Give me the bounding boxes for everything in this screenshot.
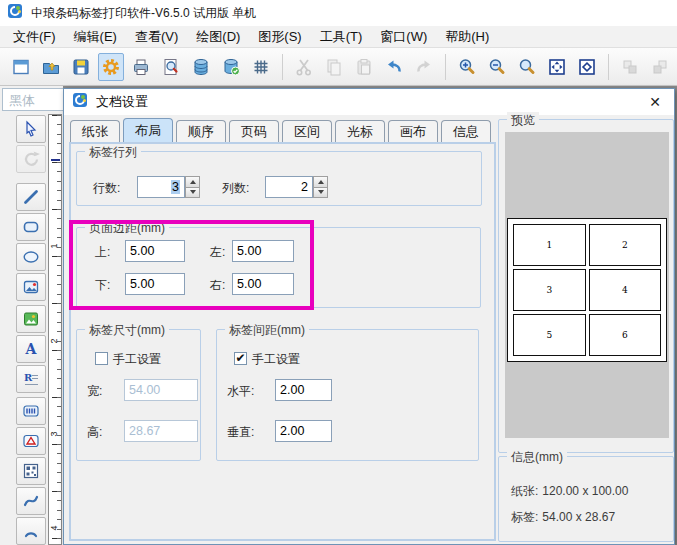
fit-selection-button[interactable] bbox=[574, 53, 600, 81]
fit-page-button[interactable] bbox=[544, 53, 570, 81]
richtext-tool-button[interactable]: R bbox=[16, 365, 46, 393]
menu-tools[interactable]: 工具(T) bbox=[311, 26, 372, 48]
margin-bottom-input[interactable]: 5.00 bbox=[125, 273, 185, 295]
manual-gap-checkbox[interactable]: ✔ bbox=[234, 352, 247, 365]
scissors-icon bbox=[294, 57, 314, 77]
zoom-tool-button[interactable] bbox=[514, 53, 540, 81]
print-preview-button[interactable] bbox=[158, 53, 184, 81]
open-file-button[interactable] bbox=[38, 53, 64, 81]
menu-help[interactable]: 帮助(H) bbox=[436, 26, 498, 48]
menu-window[interactable]: 窗口(W) bbox=[371, 26, 436, 48]
open-folder-icon bbox=[41, 57, 61, 77]
page-margins-group: 页面边距(mm) 上: 5.00 左: 5.00 下: 5.00 右: 5.00 bbox=[76, 227, 481, 308]
tab-order[interactable]: 顺序 bbox=[176, 120, 226, 142]
bring-forward-icon bbox=[620, 57, 640, 77]
tab-paper[interactable]: 纸张 bbox=[70, 120, 120, 142]
tab-range[interactable]: 区间 bbox=[282, 120, 332, 142]
label-width-label: 宽: bbox=[87, 383, 102, 400]
spinner-up-icon[interactable] bbox=[185, 176, 200, 188]
document-settings-button[interactable] bbox=[98, 53, 124, 81]
rounded-rect-tool-button[interactable] bbox=[16, 213, 46, 241]
new-document-icon bbox=[11, 57, 31, 77]
spinner-down-icon[interactable] bbox=[185, 188, 200, 199]
label-height-value: 28.67 bbox=[129, 424, 160, 438]
spinner-up-icon[interactable] bbox=[313, 176, 328, 188]
ruler-mark: 4 bbox=[49, 522, 59, 534]
menu-edit[interactable]: 编辑(E) bbox=[65, 26, 126, 48]
menu-view[interactable]: 查看(V) bbox=[126, 26, 187, 48]
send-backward-button bbox=[647, 53, 673, 81]
menu-shapes[interactable]: 图形(S) bbox=[249, 26, 310, 48]
info-group-title: 信息(mm) bbox=[507, 449, 567, 466]
preview-group-title: 预览 bbox=[507, 112, 539, 129]
side-panel: 黑体 A R 1 2 3 4 bbox=[0, 86, 63, 545]
manual-size-checkbox[interactable] bbox=[95, 352, 108, 365]
arc-tool-button[interactable] bbox=[16, 517, 46, 545]
copy-icon bbox=[324, 57, 344, 77]
zoom-in-button[interactable] bbox=[454, 53, 480, 81]
database-check-icon bbox=[221, 57, 241, 77]
rounded-rect-icon bbox=[22, 218, 40, 236]
database-import-button[interactable] bbox=[218, 53, 244, 81]
margin-top-value: 5.00 bbox=[130, 244, 154, 258]
layout-tab-panel: 标签行列 行数: 3 列数: 2 页面边距(mm) 上: 5.00 bbox=[69, 142, 496, 541]
cols-input[interactable]: 2 bbox=[265, 176, 313, 198]
label-size-value: 54.00 x 28.67 bbox=[542, 510, 615, 524]
margin-bottom-value: 5.00 bbox=[130, 277, 154, 291]
paper-size-info: 纸张:120.00 x 100.00 bbox=[511, 483, 628, 500]
undo-button[interactable] bbox=[381, 53, 407, 81]
rows-input[interactable]: 3 bbox=[137, 176, 185, 198]
zoom-out-button[interactable] bbox=[484, 53, 510, 81]
app-logo-icon bbox=[7, 3, 23, 23]
app-window: 中琅条码标签打印软件-V6.5.0 试用版 单机 文件(F) 编辑(E) 查看(… bbox=[0, 0, 677, 545]
svg-text:R: R bbox=[24, 372, 33, 383]
paste-icon bbox=[354, 57, 374, 77]
line-tool-button[interactable] bbox=[16, 183, 46, 211]
select-tool-button[interactable] bbox=[16, 115, 46, 143]
qrcode-icon bbox=[22, 462, 40, 480]
tab-info[interactable]: 信息 bbox=[441, 120, 491, 142]
text-tool-button[interactable]: A bbox=[16, 335, 46, 363]
menu-file[interactable]: 文件(F) bbox=[4, 26, 65, 48]
gap-horizontal-input[interactable]: 2.00 bbox=[275, 379, 332, 401]
label-size-label: 标签: bbox=[511, 510, 538, 524]
window-titlebar: 中琅条码标签打印软件-V6.5.0 试用版 单机 bbox=[0, 0, 677, 26]
tab-page-number[interactable]: 页码 bbox=[229, 120, 279, 142]
margin-top-label: 上: bbox=[95, 244, 110, 261]
image-tool-button[interactable] bbox=[16, 273, 46, 301]
save-button[interactable] bbox=[68, 53, 94, 81]
qrcode-tool-button[interactable] bbox=[16, 457, 46, 485]
curve-tool-button[interactable] bbox=[16, 487, 46, 515]
preview-label-cell: 1 bbox=[513, 224, 586, 266]
tab-cursor[interactable]: 光标 bbox=[335, 120, 385, 142]
margin-top-input[interactable]: 5.00 bbox=[125, 240, 185, 262]
margin-left-label: 左: bbox=[210, 244, 225, 261]
shape-tool-button[interactable] bbox=[16, 427, 46, 455]
margin-right-input[interactable]: 5.00 bbox=[232, 273, 294, 295]
new-document-button[interactable] bbox=[8, 53, 34, 81]
menu-draw[interactable]: 绘图(D) bbox=[187, 26, 249, 48]
ellipse-tool-button[interactable] bbox=[16, 243, 46, 271]
document-settings-dialog: 文档设置 ✕ 纸张 布局 顺序 页码 区间 光标 画布 信息 标签行列 行数: … bbox=[63, 88, 675, 545]
paper-size-value: 120.00 x 100.00 bbox=[542, 484, 628, 498]
fit-page-icon bbox=[547, 57, 567, 77]
close-icon[interactable]: ✕ bbox=[646, 93, 664, 111]
tab-canvas[interactable]: 画布 bbox=[388, 120, 438, 142]
toolbar-separator bbox=[282, 54, 283, 80]
rows-stepper bbox=[185, 176, 200, 198]
grid-toggle-button[interactable] bbox=[248, 53, 274, 81]
preview-label-cell: 5 bbox=[513, 314, 586, 356]
picture-tool-button[interactable] bbox=[16, 305, 46, 333]
tab-layout[interactable]: 布局 bbox=[123, 118, 173, 142]
text-tool-icon: A bbox=[22, 340, 40, 358]
ruler-mark: 2 bbox=[49, 335, 59, 347]
database-connect-button[interactable] bbox=[188, 53, 214, 81]
barcode-tool-button[interactable] bbox=[16, 397, 46, 425]
label-gap-group: 标签间距(mm) ✔ 手工设置 水平: 2.00 垂直: 2.00 bbox=[216, 329, 479, 461]
copy-button bbox=[321, 53, 347, 81]
spinner-down-icon[interactable] bbox=[313, 188, 328, 199]
gap-vertical-input[interactable]: 2.00 bbox=[275, 420, 332, 442]
print-button[interactable] bbox=[128, 53, 154, 81]
triangle-shape-icon bbox=[22, 432, 40, 450]
margin-left-input[interactable]: 5.00 bbox=[232, 240, 294, 262]
